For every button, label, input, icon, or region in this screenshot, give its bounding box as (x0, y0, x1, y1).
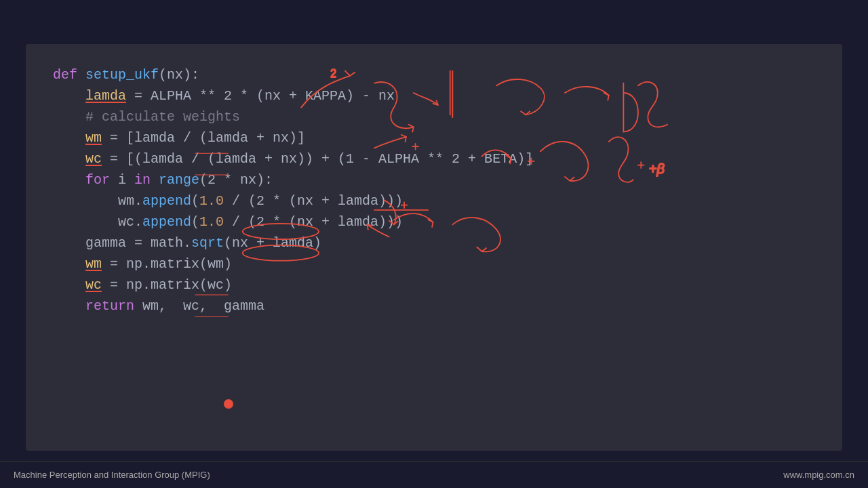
footer-left: Machine Perception and Interaction Group… (14, 470, 210, 480)
code-line-5: wc = [(lamda / (lamda + nx)) + (1 - ALPH… (53, 148, 815, 169)
code-line-12: return wm, wc, gamma (53, 296, 815, 317)
code-line-4: wm = [lamda / (lamda + nx)] (53, 127, 815, 148)
code-line-10: wm = np.matrix(wm) (53, 253, 815, 274)
code-line-1: def setup_ukf(nx): (53, 64, 815, 85)
code-line-9: gamma = math.sqrt(nx + lamda) (53, 232, 815, 253)
code-line-2: lamda = ALPHA ** 2 * (nx + KAPPA) - nx (53, 85, 815, 106)
code-line-8: wc.append(1.0 / (2 * (nx + lamda))) (53, 211, 815, 232)
code-line-7: wm.append(1.0 / (2 * (nx + lamda))) (53, 190, 815, 211)
code-line-6: for i in range(2 * nx): (53, 169, 815, 190)
code-area: def setup_ukf(nx): lamda = ALPHA ** 2 * … (26, 44, 842, 337)
bottom-bar: Machine Perception and Interaction Group… (0, 461, 868, 488)
footer-right: www.mpig.com.cn (783, 470, 854, 480)
slide-container: def setup_ukf(nx): lamda = ALPHA ** 2 * … (26, 44, 842, 451)
code-line-11: wc = np.matrix(wc) (53, 274, 815, 296)
cursor-dot (224, 399, 233, 409)
code-line-3: # calculate weights (53, 106, 815, 127)
